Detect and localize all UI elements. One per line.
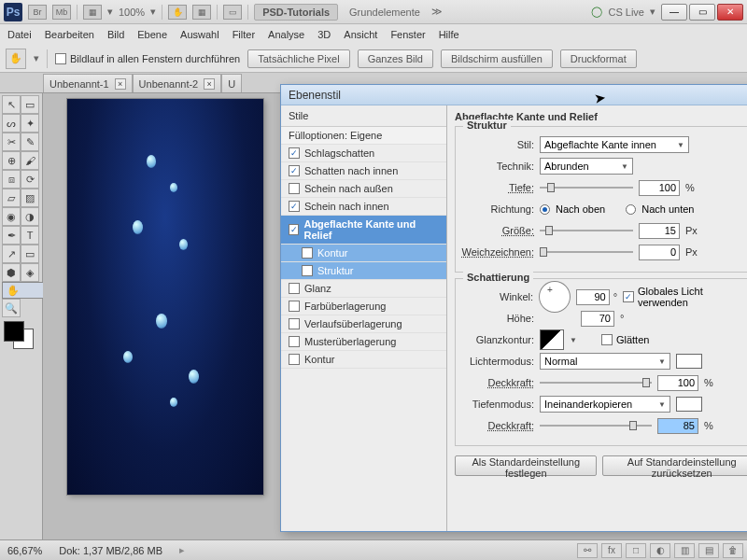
fill-options-row[interactable]: Fülloptionen: Eigene [281,127,446,145]
bridge-button[interactable]: Br [28,5,47,20]
minibridge-button[interactable]: Mb [52,5,71,20]
doc-tab-3[interactable]: U [221,74,242,92]
link-icon[interactable]: ⚯ [577,543,598,558]
hoehe-value[interactable]: 70 [581,311,614,327]
marquee-tool[interactable]: ▭ [21,95,39,114]
weich-slider[interactable] [540,245,633,259]
deckkraft2-value[interactable]: 85 [657,418,698,434]
menu-fenster[interactable]: Fenster [390,29,425,40]
groesse-value[interactable]: 15 [639,223,680,239]
trash-icon[interactable]: 🗑 [723,543,743,558]
screenmode-button[interactable]: ▭ [223,5,242,20]
actual-pixels-button[interactable]: Tatsächliche Pixel [247,49,349,68]
style-inner-glow[interactable]: ✓Schein nach innen [281,198,446,216]
more-workspaces-icon[interactable]: ≫ [431,6,443,18]
history-tool[interactable]: ⟳ [21,170,39,189]
gradient-tool[interactable]: ▨ [21,189,39,207]
menu-bild[interactable]: Bild [107,29,124,40]
fill-screen-button[interactable]: Bildschirm ausfüllen [441,49,553,68]
deckkraft2-slider[interactable] [540,419,652,432]
style-outer-glow[interactable]: Schein nach außen [281,180,446,198]
technik-select[interactable]: Abrunden▼ [540,158,633,175]
deckkraft1-slider[interactable] [540,376,652,389]
reset-default-button[interactable]: Auf Standardeinstellung zurücksetzen [602,455,747,476]
close-tab-icon[interactable]: × [204,78,215,90]
eraser-tool[interactable]: ▱ [2,189,21,207]
hand-mini-icon[interactable]: ✋ [168,5,187,20]
stamp-tool[interactable]: ⧇ [2,170,21,189]
menu-filter[interactable]: Filter [233,29,255,40]
tiefe-slider[interactable] [540,181,633,194]
brush-tool[interactable]: 🖌 [21,151,39,170]
path-tool[interactable]: ↗ [2,245,21,263]
cslive-button[interactable]: CS Live [608,7,644,18]
document-canvas[interactable] [67,99,263,495]
richtung-up-radio[interactable] [540,204,550,215]
groesse-label[interactable]: Größe: [461,225,534,236]
close-button[interactable]: ✕ [717,4,743,21]
color-swatches[interactable] [2,321,39,349]
zoom-tool[interactable]: 🔍 [2,299,21,317]
style-color-overlay[interactable]: Farbüberlagerung [281,298,446,315]
winkel-value[interactable]: 90 [576,289,610,305]
menu-hilfe[interactable]: Hilfe [439,29,459,40]
tiefenmodus-select[interactable]: Ineinanderkopieren▼ [540,396,670,413]
fg-color-swatch[interactable] [4,321,24,342]
workspace-tab-1[interactable]: PSD-Tutorials [254,4,338,21]
weich-label[interactable]: Weichzeichnen: [461,246,534,258]
minimize-button[interactable]: — [661,4,687,21]
type-tool[interactable]: T [21,226,39,245]
menu-bearbeiten[interactable]: Bearbeiten [45,29,94,40]
style-drop-shadow[interactable]: ✓Schlagschatten [281,145,446,162]
deckkraft1-value[interactable]: 100 [657,375,698,391]
maximize-button[interactable]: ▭ [689,4,715,21]
lasso-tool[interactable]: ᔕ [2,114,21,133]
mask-icon[interactable]: □ [626,543,646,558]
style-bevel-contour[interactable]: Kontur [281,245,446,262]
dialog-title[interactable]: Ebenenstil [281,85,747,105]
view-icon[interactable]: ▦ [192,5,211,20]
fx-icon[interactable]: fx [601,543,622,558]
tiefe-value[interactable]: 100 [639,180,680,196]
doc-tab-2[interactable]: Unbenannt-2 × [133,74,222,92]
deckkraft1-label[interactable]: Deckkraft: [461,377,534,388]
fit-screen-button[interactable]: Ganzes Bild [358,49,433,68]
arrange-docs-button[interactable]: ▦ [83,5,102,20]
scroll-all-windows-checkbox[interactable]: Bildlauf in allen Fenstern durchführen [55,53,240,64]
menu-3d[interactable]: 3D [317,29,331,40]
print-size-button[interactable]: Druckformat [560,49,637,68]
antialias-checkbox[interactable]: Glätten [601,334,649,345]
global-light-checkbox[interactable]: ✓Globales Licht verwenden [623,286,747,308]
adjustment-icon[interactable]: ◐ [650,543,670,558]
blur-tool[interactable]: ◉ [2,207,21,226]
stil-select[interactable]: Abgeflachte Kante innen▼ [540,136,689,153]
weich-value[interactable]: 0 [639,245,680,260]
zoom-status[interactable]: 66,67% [7,545,42,556]
drop-icon[interactable]: ▾ [34,52,39,64]
heal-tool[interactable]: ⊕ [2,151,21,170]
group-icon[interactable]: ▥ [674,543,695,558]
style-inner-shadow[interactable]: ✓Schatten nach innen [281,162,446,180]
zoom-display[interactable]: 100% [119,7,145,18]
shadow-color-picker[interactable] [676,397,702,412]
3d-cam-tool[interactable]: ◈ [21,263,39,282]
style-bevel-emboss[interactable]: ✓Abgeflachte Kante und Relief [281,216,446,245]
menu-ansicht[interactable]: Ansicht [344,29,377,40]
menu-analyse[interactable]: Analyse [268,29,304,40]
crop-tool[interactable]: ✂ [2,133,21,151]
wand-tool[interactable]: ✦ [21,114,39,133]
tiefe-label[interactable]: Tiefe: [461,182,534,193]
menu-datei[interactable]: Datei [7,29,32,40]
groesse-slider[interactable] [540,224,633,237]
style-bevel-texture[interactable]: Struktur [281,262,446,280]
deckkraft2-label[interactable]: Deckkraft: [461,420,534,431]
menu-auswahl[interactable]: Auswahl [180,29,219,40]
move-tool[interactable]: ↖ [2,95,21,114]
style-gradient-overlay[interactable]: Verlaufsüberlagerung [281,315,446,333]
pen-tool[interactable]: ✒ [2,226,21,245]
hand-tool-icon[interactable]: ✋ [6,49,26,69]
style-satin[interactable]: Glanz [281,280,446,298]
angle-control[interactable] [539,281,571,313]
gloss-contour-picker[interactable] [540,329,564,350]
style-pattern-overlay[interactable]: Musterüberlagerung [281,333,446,351]
